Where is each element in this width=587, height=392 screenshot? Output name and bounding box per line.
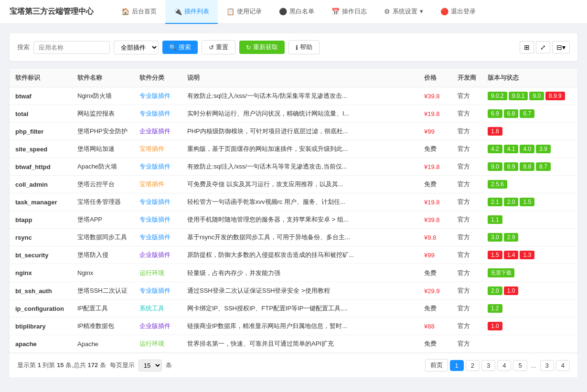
version-badge[interactable]: 9.0 (529, 92, 544, 100)
page-4-btn[interactable]: 4 (497, 360, 511, 371)
cell-cat[interactable]: 企业版插件 (134, 318, 181, 335)
table-row: btwaf Nginx防火墙 专业版插件 有效防止:sql注入/xss/一句话木… (10, 87, 577, 105)
cell-dev: 官方 (452, 105, 482, 123)
version-badge[interactable]: 3.9 (536, 145, 551, 153)
page-1-btn[interactable]: 1 (450, 360, 464, 371)
toolbar: 搜索 全部插件 🔍 搜索 ↺ 重置 ↻ 重新获取 ℹ 帮助 ⊞ ⤢ ⊟▾ (10, 33, 577, 61)
cell-dev: 官方 (452, 211, 482, 229)
view-expand-btn[interactable]: ⤢ (536, 41, 550, 53)
version-badge[interactable]: 2.5.6 (488, 180, 507, 189)
nav-plugins[interactable]: 🔌 插件列表 (165, 0, 218, 24)
cell-desc: PHP内核级防御模块，可针对项目进行底层过滤，彻底杜... (181, 123, 418, 140)
nav-blacklist[interactable]: ⚫ 黑白名单 (270, 0, 323, 24)
version-badge[interactable]: 1.0 (504, 286, 519, 295)
cell-version: 2.01.0 (482, 282, 577, 300)
version-badge[interactable]: 1.5 (488, 251, 502, 259)
page-5-btn[interactable]: 5 (513, 360, 527, 371)
cell-version: 6.96.86.7 (482, 105, 577, 123)
version-badge[interactable]: 8.9.9 (545, 92, 565, 100)
version-badge[interactable]: 8.8 (520, 162, 534, 171)
cell-desc: 通过SSH登录二次认证保证SSH登录安全 >使用教程 (181, 282, 418, 300)
version-badge[interactable]: 1.1 (488, 215, 502, 224)
cell-desc: 原防提权，防御大多数的入侵提权攻击造成的挂马和被挖矿... (181, 246, 418, 264)
cell-desc: 使用手机随时随地管理您的服务器，支持苹果和安卓 > 组... (181, 211, 418, 229)
cell-dev: 官方 (452, 229, 482, 246)
search-button[interactable]: 🔍 搜索 (162, 41, 198, 54)
version-badge[interactable]: 8.7 (536, 162, 551, 171)
refresh-icon: ↻ (246, 44, 251, 51)
cell-cat[interactable]: 运行环境 (134, 264, 181, 282)
version-badge[interactable]: 8.9 (504, 162, 519, 171)
version-badge[interactable]: 4.2 (488, 145, 502, 153)
version-badge[interactable]: 1.8 (488, 127, 502, 136)
cell-cat[interactable]: 企业版插件 (134, 123, 181, 140)
refresh-button[interactable]: ↻ 重新获取 (239, 41, 285, 54)
records-icon: 📋 (226, 8, 235, 15)
cell-name: Apache防火墙 (72, 158, 134, 176)
cell-cat[interactable]: 运行环境 (134, 335, 181, 353)
version-badge[interactable]: 2.9 (504, 233, 519, 242)
version-badge[interactable]: 1.3 (520, 251, 534, 259)
per-page-select[interactable]: 15 30 50 (139, 360, 162, 371)
cell-cat[interactable]: 系统工具 (134, 300, 181, 318)
help-button[interactable]: ℹ 帮助 (288, 40, 320, 54)
cell-dev: 官方 (452, 300, 482, 318)
cell-version (482, 335, 577, 353)
nav-settings[interactable]: ⚙ 系统设置▾ (375, 0, 432, 24)
prev-page-btn[interactable]: 前页 (425, 359, 448, 371)
nav-records[interactable]: 📋 使用记录 (218, 0, 270, 24)
version-badge[interactable]: 2.1 (488, 198, 502, 206)
page-dots: ... (529, 360, 538, 371)
version-badge[interactable]: 1.4 (504, 251, 519, 259)
version-badge[interactable]: 6.9 (488, 109, 502, 118)
version-badge[interactable]: 2.0 (504, 198, 519, 206)
version-badge[interactable]: 3.0 (488, 233, 502, 242)
cell-dev: 官方 (452, 123, 482, 140)
version-badge[interactable]: 6.8 (504, 109, 519, 118)
table-row: apache Apache 运行环境 世界排名第一，快速、可靠并且可通过简单的A… (10, 335, 577, 353)
cell-cat[interactable]: 专业版插件 (134, 158, 181, 176)
app-title: 宝塔第三方云端管理中心 (10, 7, 94, 17)
version-badge[interactable]: 9.0.1 (509, 92, 528, 100)
cell-id: bt_security (10, 246, 72, 264)
search-input[interactable] (33, 41, 110, 54)
version-badge[interactable]: 1.0 (488, 322, 502, 330)
cell-version: 1.51.41.3 (482, 246, 577, 264)
version-badge[interactable]: 2.0 (488, 286, 502, 295)
cell-cat[interactable]: 专业版插件 (134, 229, 181, 246)
cell-price: ¥39.8 (418, 87, 452, 105)
cell-cat[interactable]: 专业版插件 (134, 282, 181, 300)
cell-cat[interactable]: 宝塔插件 (134, 140, 181, 158)
version-badge[interactable]: 1.5 (520, 198, 534, 206)
page-extra-4-btn[interactable]: 4 (556, 360, 570, 371)
cell-cat[interactable]: 专业版插件 (134, 211, 181, 229)
cell-version: 2.12.01.5 (482, 193, 577, 211)
version-badge[interactable]: 9.0 (488, 162, 502, 171)
page-2-btn[interactable]: 2 (466, 360, 480, 371)
help-icon: ℹ (296, 44, 298, 51)
cell-dev: 官方 (452, 335, 482, 353)
nav-logout[interactable]: 🔴 退出登录 (432, 0, 484, 24)
version-badge[interactable]: 4.0 (520, 145, 534, 153)
page-3-btn[interactable]: 3 (481, 360, 495, 371)
cell-cat[interactable]: 企业版插件 (134, 246, 181, 264)
reset-button[interactable]: ↺ 重置 (202, 40, 235, 54)
cell-desc: 实时分析网站运行、用户访问状况，精确统计网站流量、I... (181, 105, 418, 123)
cell-cat[interactable]: 专业版插件 (134, 193, 181, 211)
version-badge[interactable]: 1.2 (488, 304, 502, 313)
cell-name: 宝塔任务管理器 (72, 193, 134, 211)
version-badge[interactable]: 无需下载 (488, 268, 514, 277)
cell-cat[interactable]: 专业版插件 (134, 87, 181, 105)
nav-home[interactable]: 🏠 后台首页 (113, 0, 165, 24)
view-grid-btn[interactable]: ⊞ (520, 41, 534, 53)
cell-cat[interactable]: 专业版插件 (134, 105, 181, 123)
table-row: task_manager 宝塔任务管理器 专业版插件 轻松管方一句话函手乾靠xv… (10, 193, 577, 211)
cell-cat[interactable]: 宝塔插件 (134, 176, 181, 193)
view-list-btn[interactable]: ⊟▾ (552, 41, 570, 53)
page-extra-3-btn[interactable]: 3 (540, 360, 554, 371)
nav-oplog[interactable]: 📅 操作日志 (323, 0, 375, 24)
version-badge[interactable]: 4.1 (504, 145, 519, 153)
version-badge[interactable]: 6.7 (520, 109, 534, 118)
filter-select[interactable]: 全部插件 (114, 41, 159, 54)
version-badge[interactable]: 9.0.2 (488, 92, 507, 100)
